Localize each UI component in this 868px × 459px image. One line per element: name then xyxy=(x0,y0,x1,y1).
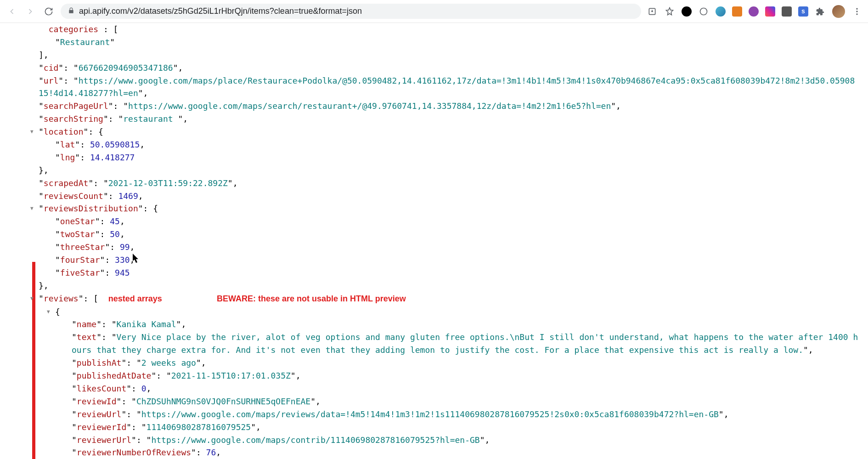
json-line: "reviewUrl": "https://www.google.com/map… xyxy=(39,408,859,421)
json-line: "twoStar": 50, xyxy=(39,228,859,241)
json-line: "Restaurant" xyxy=(39,36,859,49)
json-line: "publishedAtDate": "2021-11-15T10:17:01.… xyxy=(39,369,859,382)
json-line: ], xyxy=(39,49,859,62)
json-viewer: categories : [ "Restaurant" ], "cid": "6… xyxy=(0,23,868,459)
svg-point-1 xyxy=(700,8,707,15)
extension-icon-8[interactable]: S xyxy=(798,6,808,17)
extension-icon-7[interactable] xyxy=(782,6,792,17)
json-line: "lng": 14.418277 xyxy=(39,151,859,164)
svg-point-2 xyxy=(856,8,857,9)
svg-point-3 xyxy=(856,11,857,12)
json-line: "name": "Kanika Kamal", xyxy=(39,318,859,331)
json-line: }, xyxy=(39,279,859,292)
install-icon[interactable] xyxy=(647,6,658,17)
extension-icon-6[interactable] xyxy=(765,6,775,17)
annotation-beware: BEWARE: these are not usable in HTML pre… xyxy=(217,293,406,306)
json-line: "url": "https://www.google.com/maps/plac… xyxy=(39,74,859,100)
url-text: api.apify.com/v2/datasets/z5hGd25iL1rHbr… xyxy=(79,6,634,16)
json-line: "searchPageUrl": "https://www.google.com… xyxy=(39,100,859,113)
menu-icon[interactable] xyxy=(851,6,862,17)
toolbar-icons: S xyxy=(647,5,862,18)
json-line: "reviewerId": "111406980287816079525", xyxy=(39,421,859,434)
json-line: ▼"location": { xyxy=(39,125,859,138)
json-line: ▼{ xyxy=(39,306,859,318)
json-line: "text": "Very Nice place by the river, a… xyxy=(39,331,859,357)
json-line: "fiveStar": 945 xyxy=(39,266,859,279)
lock-icon xyxy=(68,6,74,16)
json-line: ▼"reviews": [ nested arrays BEWARE: thes… xyxy=(39,292,859,306)
svg-point-4 xyxy=(856,13,857,15)
star-icon[interactable] xyxy=(664,6,675,17)
json-line: "reviewId": "ChZDSUhNMG9nS0VJQ0FnSURHNE5… xyxy=(39,395,859,408)
json-line: "reviewerUrl": "https://www.google.com/m… xyxy=(39,434,859,447)
reload-button[interactable] xyxy=(42,5,55,18)
json-line: categories : [ xyxy=(39,23,859,36)
back-button[interactable] xyxy=(6,5,18,18)
json-line: "scrapedAt": "2021-12-03T11:59:22.892Z", xyxy=(39,177,859,190)
json-line: "cid": "6676620946905347186", xyxy=(39,62,859,74)
profile-avatar[interactable] xyxy=(832,5,845,18)
json-line: "lat": 50.0590815, xyxy=(39,138,859,151)
address-bar[interactable]: api.apify.com/v2/datasets/z5hGd25iL1rHbr… xyxy=(61,4,641,19)
forward-button[interactable] xyxy=(24,5,37,18)
json-line: ▼"reviewsDistribution": { xyxy=(39,202,859,215)
json-line: "searchString": "restaurant ", xyxy=(39,113,859,125)
collapse-toggle[interactable]: ▼ xyxy=(47,306,50,316)
annotation-nested: nested arrays xyxy=(108,293,162,306)
extension-icon-4[interactable] xyxy=(732,6,742,17)
red-highlight-bar xyxy=(32,262,35,459)
collapse-toggle[interactable]: ▼ xyxy=(30,125,34,136)
extension-icon-2[interactable] xyxy=(698,6,709,17)
json-line: "reviewerNumberOfReviews": 76, xyxy=(39,446,859,459)
json-line: "fourStar": 330, xyxy=(39,254,859,266)
json-line: "reviewsCount": 1469, xyxy=(39,190,859,203)
collapse-toggle[interactable]: ▼ xyxy=(30,202,34,212)
extension-icon-1[interactable] xyxy=(682,6,692,17)
json-line: "oneStar": 45, xyxy=(39,215,859,228)
extension-icon-5[interactable] xyxy=(749,6,759,17)
browser-toolbar: api.apify.com/v2/datasets/z5hGd25iL1rHbr… xyxy=(0,0,868,23)
extensions-menu-icon[interactable] xyxy=(815,6,826,17)
json-line: "threeStar": 99, xyxy=(39,241,859,254)
json-line: }, xyxy=(39,164,859,177)
json-line: "publishAt": "2 weeks ago", xyxy=(39,357,859,369)
extension-icon-3[interactable] xyxy=(716,6,726,17)
collapse-toggle[interactable]: ▼ xyxy=(30,292,34,302)
json-line: "likesCount": 0, xyxy=(39,382,859,395)
